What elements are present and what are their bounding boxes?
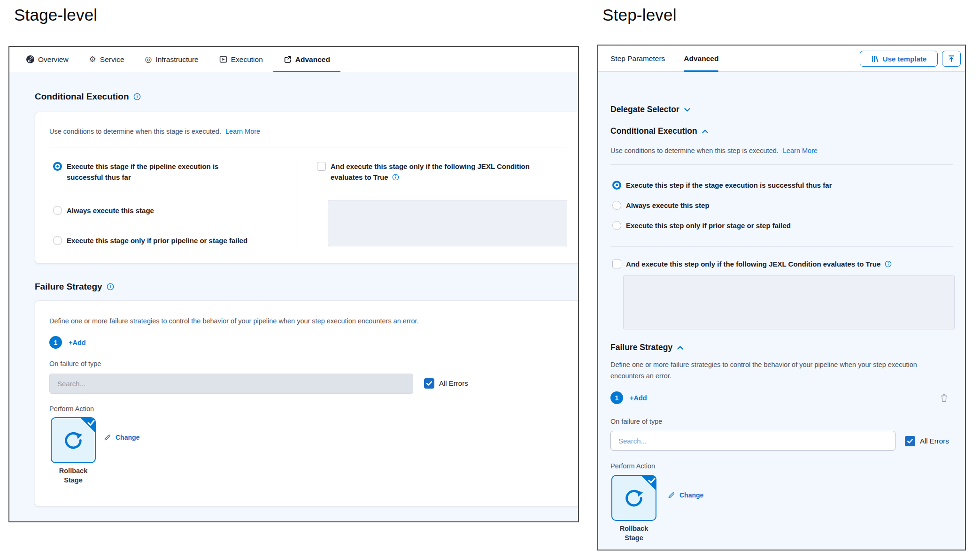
add-strategy-button[interactable]: +Add [69,339,86,346]
tab-advanced[interactable]: Advanced [273,47,340,72]
change-link[interactable]: Change [679,491,703,499]
jexl-checkbox-label: And execute this stage only if the follo… [331,161,538,183]
on-failure-label: On failure of type [610,418,662,425]
radio-option-2[interactable]: Always execute this step [612,200,710,211]
tab-label: Step Parameters [610,54,665,63]
checkbox-unchecked-icon[interactable] [317,162,326,171]
info-icon[interactable] [133,93,141,100]
checkbox-checked-icon[interactable] [905,436,915,446]
radio-selected-icon[interactable] [612,181,621,190]
conditional-execution-heading[interactable]: Conditional Execution [610,126,709,136]
change-action-row[interactable]: Change [668,491,703,499]
learn-more-link[interactable]: Learn More [225,128,260,135]
tab-infrastructure[interactable]: ◎ Infrastructure [135,47,209,72]
all-errors-checkbox-row[interactable]: All Errors [905,436,949,446]
radio-label: Execute this step if the stage execution… [626,180,832,191]
radio-option-1[interactable]: Execute this stage if the pipeline execu… [53,161,236,183]
info-icon[interactable] [107,283,114,290]
chevron-down-icon[interactable] [684,107,691,113]
failure-type-search-input[interactable] [49,374,413,394]
conditional-execution-heading: Conditional Execution [35,92,141,102]
failure-strategy-description: Define one or more failure strategies to… [49,316,519,326]
description-text: Use conditions to determine when this st… [610,147,779,154]
change-action-row[interactable]: Change [104,433,139,441]
stage-level-title: Stage-level [14,6,97,24]
radio-unselected-icon[interactable] [612,201,621,210]
step-advanced-panel: Step Parameters Advanced Use template De… [597,45,966,550]
jexl-checkbox-label: And execute this step only if the follow… [626,259,892,269]
info-icon[interactable] [885,260,892,268]
change-link[interactable]: Change [116,434,139,441]
use-template-label: Use template [883,55,926,63]
tab-step-parameters[interactable]: Step Parameters [610,46,665,71]
checkbox-checked-icon[interactable] [424,378,434,389]
stage-tabbar: Overview ⚙ Service ◎ Infrastructure Exec… [9,47,578,72]
radio-option-3[interactable]: Execute this stage only if prior pipelin… [53,235,250,246]
strategy-list-row: 1 +Add [610,391,647,404]
pencil-icon [668,491,676,499]
radio-unselected-icon[interactable] [53,236,62,245]
all-errors-checkbox-row[interactable]: All Errors [424,378,468,389]
tab-label: Execution [231,55,263,64]
radio-unselected-icon[interactable] [53,206,62,215]
jexl-condition-checkbox-row[interactable]: And execute this step only if the follow… [612,259,892,269]
step-tabbar: Step Parameters Advanced Use template [598,46,965,72]
rollback-stage-tile[interactable] [51,417,96,463]
all-errors-label: All Errors [920,436,949,446]
stage-advanced-content: Conditional Execution Use conditions to … [9,72,578,521]
on-failure-label: On failure of type [49,360,101,367]
chevron-up-icon[interactable] [702,129,709,134]
failure-strategy-heading: Failure Strategy [35,282,114,292]
tab-execution[interactable]: Execution [209,47,273,72]
tab-service[interactable]: ⚙ Service [79,47,135,72]
section-heading-text: Conditional Execution [35,92,129,102]
execution-icon [219,55,227,63]
learn-more-link[interactable]: Learn More [783,147,818,154]
step-level-title: Step-level [602,6,677,24]
upload-button[interactable] [942,51,961,67]
rollback-stage-label: Rollback Stage [51,466,96,485]
conditional-execution-description: Use conditions to determine when this st… [49,126,260,137]
tab-label: Advanced [295,55,330,64]
pencil-icon [104,433,112,441]
radio-option-1[interactable]: Execute this step if the stage execution… [612,180,832,191]
divider [49,147,567,147]
radio-label: Execute this stage if the pipeline execu… [67,161,229,183]
rollback-stage-tile[interactable] [611,475,656,521]
tab-label: Infrastructure [155,55,198,64]
tab-label: Overview [38,55,69,64]
divider [296,159,296,248]
radio-option-3[interactable]: Execute this step only if prior stage or… [612,220,791,231]
infrastructure-icon: ◎ [145,55,152,63]
radio-option-2[interactable]: Always execute this stage [53,205,236,216]
upload-icon [947,54,956,63]
strategy-count-badge[interactable]: 1 [610,391,623,404]
radio-unselected-icon[interactable] [612,221,621,230]
section-heading-text: Delegate Selector [610,105,679,115]
section-heading-text: Failure Strategy [35,282,102,292]
delegate-selector-heading[interactable]: Delegate Selector [610,105,691,115]
jexl-checkbox-text: And execute this stage only if the follo… [331,162,530,181]
tab-label: Advanced [684,54,718,63]
delete-strategy-icon[interactable] [940,394,948,402]
chevron-up-icon[interactable] [677,345,684,351]
radio-selected-icon[interactable] [53,162,62,171]
jexl-checkbox-text: And execute this step only if the follow… [626,260,880,268]
conditional-execution-description: Use conditions to determine when this st… [610,145,818,156]
use-template-button[interactable]: Use template [860,51,938,67]
failure-strategy-heading[interactable]: Failure Strategy [610,343,684,352]
divider [610,246,953,247]
jexl-condition-checkbox-row[interactable]: And execute this stage only if the follo… [317,161,542,183]
strategy-count-badge[interactable]: 1 [49,336,62,349]
tab-overview[interactable]: Overview [16,47,79,72]
tab-advanced[interactable]: Advanced [684,46,718,71]
template-library-icon [871,55,879,63]
section-heading-text: Failure Strategy [610,343,672,352]
info-icon[interactable] [392,174,399,181]
checkbox-unchecked-icon[interactable] [612,260,621,268]
jexl-condition-input[interactable] [328,200,567,246]
conditional-execution-card: Use conditions to determine when this st… [35,112,579,264]
failure-type-search-input[interactable] [610,431,895,451]
add-strategy-button[interactable]: +Add [630,394,647,402]
jexl-condition-input[interactable] [623,275,955,329]
